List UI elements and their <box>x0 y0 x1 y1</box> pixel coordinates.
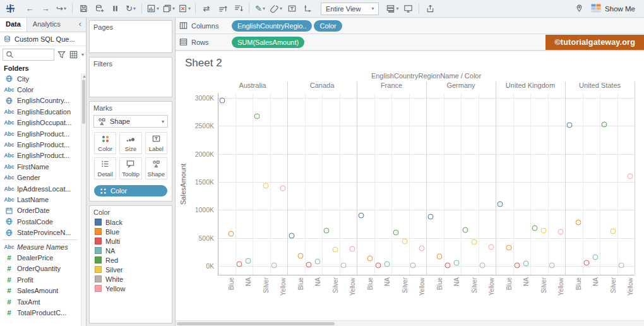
replay-icon[interactable]: ↪▾ <box>54 2 69 16</box>
save-icon[interactable] <box>76 2 91 16</box>
field-row[interactable]: PostalCode <box>0 216 80 227</box>
field-row[interactable]: #TaxAmt <box>0 296 80 307</box>
rows-shelf[interactable]: Rows SUM(SalesAmount) ©tutorialgateway.o… <box>176 34 644 51</box>
pause-updates-icon[interactable] <box>107 2 122 16</box>
field-row[interactable]: AbcEnglishProduct... <box>0 139 80 150</box>
mark-circle[interactable] <box>619 263 624 269</box>
presentation-mode-icon[interactable] <box>400 2 415 16</box>
scroll-up-icon[interactable]: ▲ <box>82 74 86 78</box>
undo-icon[interactable]: ← <box>22 2 37 16</box>
mark-circle[interactable] <box>271 263 277 269</box>
mark-circle[interactable] <box>402 238 407 244</box>
new-data-source-icon[interactable] <box>92 2 107 16</box>
mark-circle[interactable] <box>628 174 633 179</box>
fit-selector[interactable]: Entire View▾ <box>321 3 379 15</box>
mark-circle[interactable] <box>427 214 433 219</box>
tab-analytics[interactable]: Analytics <box>27 18 66 32</box>
field-row[interactable]: AbcEnglishProduct... <box>0 150 80 161</box>
mark-circle[interactable] <box>393 229 398 235</box>
search-input-wrap[interactable] <box>3 49 54 61</box>
mark-circle[interactable] <box>358 213 364 219</box>
mark-type-dropdown[interactable]: Shape ▾ <box>93 115 168 128</box>
mark-circle[interactable] <box>306 262 312 268</box>
legend-item[interactable]: Silver <box>90 265 172 274</box>
shelf-pill[interactable]: Color <box>314 20 342 32</box>
mark-circle[interactable] <box>497 201 503 207</box>
mark-circle[interactable] <box>454 260 460 265</box>
mark-circle[interactable] <box>254 114 259 119</box>
swap-rows-columns-icon[interactable]: ⇄ <box>199 2 214 16</box>
pin-icon[interactable] <box>571 2 587 16</box>
legend-item[interactable]: Blue <box>90 227 172 236</box>
field-row[interactable]: AbcFirstName <box>0 161 80 172</box>
country-header[interactable]: United States <box>565 82 635 93</box>
color-mark-button[interactable]: Color <box>94 132 116 154</box>
mark-circle[interactable] <box>332 247 338 253</box>
legend-item[interactable]: Yellow <box>90 284 172 293</box>
search-input[interactable] <box>16 51 52 59</box>
hscrollbar-thumb[interactable] <box>177 322 335 325</box>
field-row[interactable]: AbcEnglishOccupat... <box>0 118 80 128</box>
scrollbar-thumb[interactable] <box>82 80 85 124</box>
sheet-title[interactable]: Sheet 2 <box>176 51 644 72</box>
mark-circle[interactable] <box>228 231 234 236</box>
mark-circle[interactable] <box>471 239 477 244</box>
show-mark-labels-icon[interactable] <box>284 2 299 16</box>
legend-item[interactable]: Black <box>90 217 172 227</box>
shelf-pill[interactable]: SUM(SalesAmount) <box>232 37 304 48</box>
field-row[interactable]: #DealerPrice <box>0 252 80 263</box>
country-header[interactable]: Germany <box>426 82 496 93</box>
new-worksheet-icon[interactable]: ▾ <box>145 2 160 16</box>
filter-fields-icon[interactable] <box>57 50 66 59</box>
mark-circle[interactable] <box>219 98 225 104</box>
highlight-icon[interactable]: ✎▾ <box>253 2 268 16</box>
size-mark-button[interactable]: Size <box>119 132 141 154</box>
mark-circle[interactable] <box>575 219 581 225</box>
field-row[interactable]: #OrderQuantity <box>0 263 80 274</box>
field-row[interactable]: AbcMeasure Names <box>0 241 80 252</box>
mark-circle[interactable] <box>445 262 451 268</box>
mark-circle[interactable] <box>436 253 442 259</box>
mark-circle[interactable] <box>246 258 251 264</box>
country-header[interactable]: Australia <box>218 82 287 93</box>
mark-circle[interactable] <box>376 262 381 268</box>
legend-item[interactable]: Red <box>90 255 172 265</box>
country-header[interactable]: Canada <box>287 82 357 93</box>
mark-circle[interactable] <box>289 233 294 239</box>
mark-circle[interactable] <box>419 245 425 251</box>
show-me-button[interactable]: Show Me <box>587 2 639 16</box>
country-header[interactable]: France <box>357 82 426 93</box>
duplicate-icon[interactable]: ▾ <box>161 2 176 16</box>
field-row[interactable]: AbcIpAddressLocat... <box>0 183 80 194</box>
field-row[interactable]: AbcGender <box>0 172 80 183</box>
mark-circle[interactable] <box>315 258 321 264</box>
mark-circle[interactable] <box>350 246 355 252</box>
detail-mark-button[interactable]: Detail <box>94 157 116 179</box>
mark-circle[interactable] <box>610 229 616 234</box>
field-row[interactable]: AbcEnglishEducation <box>0 106 80 117</box>
mark-circle[interactable] <box>263 183 268 189</box>
pages-shelf[interactable]: Pages <box>89 20 172 53</box>
data-source-item[interactable]: Custom SQL Que... <box>0 32 86 46</box>
group-members-icon[interactable]: ▾ <box>268 2 283 16</box>
field-row[interactable]: OrderDate <box>0 205 80 216</box>
mark-circle[interactable] <box>523 261 529 267</box>
mark-circle[interactable] <box>540 228 546 234</box>
tab-data[interactable]: Data <box>0 18 27 32</box>
show-hide-cards-icon[interactable]: ▾ <box>385 2 400 16</box>
view-options-icon[interactable] <box>69 50 78 59</box>
field-row[interactable]: AbcLastName <box>0 194 80 205</box>
mark-circle[interactable] <box>566 122 572 128</box>
mark-circle[interactable] <box>593 254 599 260</box>
field-row[interactable]: #TotalProductC... <box>0 307 80 318</box>
legend-item[interactable]: NA <box>90 246 172 255</box>
field-row[interactable]: #SalesAmount <box>0 285 80 296</box>
mark-circle[interactable] <box>237 262 242 267</box>
mark-circle[interactable] <box>385 261 390 267</box>
mark-circle[interactable] <box>367 255 373 261</box>
mark-circle[interactable] <box>532 225 537 231</box>
field-row[interactable]: City <box>0 73 80 84</box>
redo-icon[interactable]: → <box>38 2 53 16</box>
field-row[interactable]: AbcEnglishProduct... <box>0 128 80 139</box>
tooltip-mark-button[interactable]: Tooltip <box>119 157 141 179</box>
